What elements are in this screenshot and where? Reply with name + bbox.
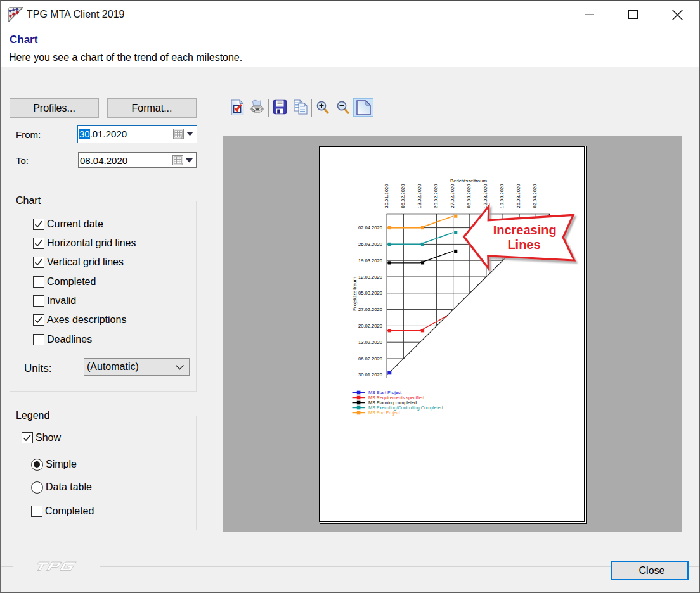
radio-label: Simple	[46, 459, 77, 470]
units-label: Units:	[24, 362, 51, 375]
svg-text:05.03.2020: 05.03.2020	[358, 290, 382, 296]
svg-text:02.04.2020: 02.04.2020	[358, 225, 382, 231]
radio-label: Data table	[46, 481, 92, 493]
page-title: Chart	[10, 34, 37, 46]
svg-text:20.02.2020: 20.02.2020	[358, 323, 382, 329]
chevron-down-icon	[176, 365, 184, 370]
toolbar-separator	[311, 99, 312, 117]
to-dropdown-arrow-icon[interactable]	[186, 158, 193, 163]
series-line	[387, 317, 446, 331]
checkbox-label: Completed	[47, 276, 96, 288]
checkbox-deadlines[interactable]	[33, 334, 44, 345]
annotation-text-line1: Increasing	[493, 223, 557, 237]
y-axis-title: Projektzeitraum	[352, 277, 358, 311]
legend-label: MS End Project	[368, 410, 400, 416]
svg-text:30.01.2020: 30.01.2020	[358, 372, 382, 378]
checkbox-completed[interactable]	[33, 276, 44, 288]
svg-text:30.01.2020: 30.01.2020	[384, 184, 389, 208]
checkbox-axes-descriptions[interactable]	[33, 314, 44, 326]
svg-text:13.02.2020: 13.02.2020	[358, 340, 382, 345]
checkbox-label: Deadlines	[47, 334, 92, 345]
svg-text:13.02.2020: 13.02.2020	[417, 184, 422, 208]
svg-text:06.02.2020: 06.02.2020	[400, 184, 406, 208]
close-dialog-button[interactable]: Close	[611, 561, 689, 580]
units-combobox[interactable]: (Automatic)	[84, 358, 190, 376]
svg-text:19.03.2020: 19.03.2020	[358, 258, 382, 264]
from-label: From:	[16, 129, 41, 140]
brand-text	[34, 562, 76, 571]
svg-text:27.02.2020: 27.02.2020	[450, 184, 455, 208]
units-value: (Automatic)	[87, 361, 139, 373]
svg-text:12.03.2020: 12.03.2020	[358, 274, 382, 280]
chart-group-title: Chart	[13, 195, 43, 207]
to-date-input[interactable]: 08.04.2020	[78, 152, 197, 168]
radio-data-table[interactable]	[31, 481, 43, 494]
save-icon[interactable]	[273, 99, 287, 115]
checkbox-current-date[interactable]	[33, 219, 44, 230]
annotation-text-line2: Lines	[507, 238, 540, 252]
checkbox-label: Current date	[47, 219, 103, 230]
page-description: Here you see a chart of the trend of eac…	[9, 52, 242, 63]
checkbox-label: Show	[36, 432, 61, 443]
zoom-in-icon[interactable]	[316, 101, 330, 115]
app-icon	[8, 7, 23, 22]
close-button[interactable]	[672, 10, 683, 20]
window-title: TPG MTA Client 2019	[27, 9, 124, 20]
zoom-out-icon[interactable]	[337, 101, 350, 115]
svg-text:12.03.2020: 12.03.2020	[483, 184, 488, 208]
print-preview-area: 30.01.202006.02.202013.02.202020.02.2020…	[223, 136, 682, 532]
svg-text:06.02.2020: 06.02.2020	[358, 356, 382, 362]
checkbox-invalid[interactable]	[33, 295, 44, 307]
from-date-input[interactable]: 30.01.2020	[77, 125, 197, 143]
to-date-value: 08.04.2020	[80, 154, 127, 168]
checkbox-legend-completed[interactable]	[31, 506, 42, 517]
legend-options-group: Legend ShowSimpleData tableCompleted	[10, 416, 197, 530]
print-icon[interactable]	[249, 99, 266, 115]
profiles-button[interactable]: Profiles...	[10, 98, 99, 118]
checkbox-label: Horizontal grid lines	[47, 238, 136, 249]
radio-simple[interactable]	[31, 459, 43, 471]
from-date-selected-part: 30	[79, 129, 90, 139]
checkbox-label: Axes descriptions	[47, 314, 126, 326]
legend-group-title: Legend	[13, 410, 52, 421]
checkbox-show[interactable]	[22, 432, 33, 443]
svg-text:26.03.2020: 26.03.2020	[515, 184, 521, 208]
toolbar-separator	[268, 99, 269, 117]
footer-divider	[1, 566, 699, 567]
to-label: To:	[16, 155, 29, 166]
checkbox-label: Completed	[45, 506, 94, 517]
checkbox-vertical-grid-lines[interactable]	[33, 257, 44, 268]
from-dropdown-arrow-icon[interactable]	[186, 132, 193, 136]
svg-text:02.04.2020: 02.04.2020	[532, 184, 538, 208]
brand-logo	[13, 558, 100, 575]
copy-icon[interactable]	[294, 99, 308, 115]
x-axis-title: Berichtszeitraum	[450, 178, 487, 184]
svg-text:20.02.2020: 20.02.2020	[433, 184, 439, 208]
checkbox-label: Vertical grid lines	[47, 257, 124, 268]
from-date-rest: .01.2020	[90, 129, 127, 139]
print-preview-options-icon[interactable]	[231, 99, 246, 116]
mta-chart: 30.01.202006.02.202013.02.202020.02.2020…	[319, 146, 583, 520]
maximize-button[interactable]	[628, 10, 638, 19]
svg-text:26.03.2020: 26.03.2020	[358, 241, 382, 247]
app-window: TPG MTA Client 2019 Chart Here you see a…	[0, 0, 700, 593]
calendar-icon[interactable]	[172, 155, 185, 165]
format-button[interactable]: Format...	[107, 98, 197, 118]
chart-options-group: Chart Current dateHorizontal grid linesV…	[10, 201, 197, 392]
svg-text:19.03.2020: 19.03.2020	[499, 184, 505, 208]
svg-text:27.02.2020: 27.02.2020	[358, 307, 382, 312]
checkbox-label: Invalid	[47, 295, 76, 307]
svg-text:05.03.2020: 05.03.2020	[466, 184, 472, 208]
whole-page-icon[interactable]	[356, 100, 371, 115]
preview-page: 30.01.202006.02.202013.02.202020.02.2020…	[319, 146, 585, 522]
minimize-button[interactable]	[585, 14, 594, 15]
calendar-icon[interactable]	[173, 129, 185, 139]
checkbox-horizontal-grid-lines[interactable]	[33, 238, 44, 249]
